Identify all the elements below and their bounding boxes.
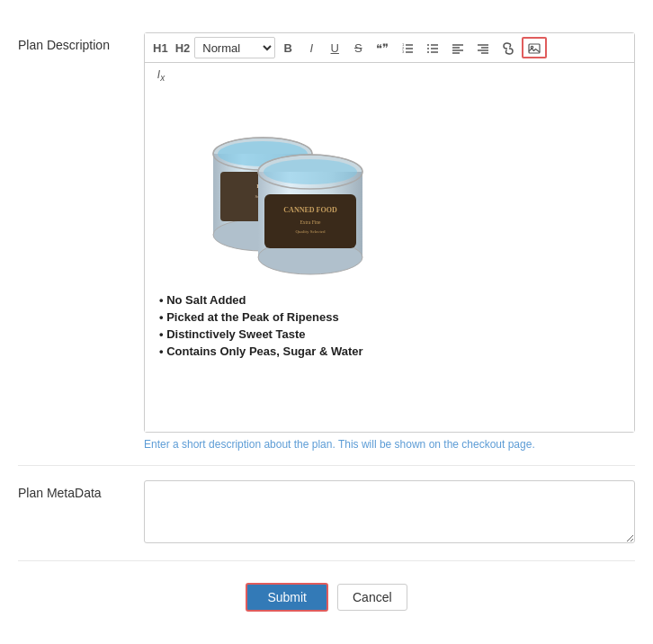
toolbar: H1 H2 Normal Heading 1 Heading 2 Heading…	[145, 33, 634, 63]
plan-metadata-row: Plan MetaData	[18, 466, 635, 561]
ol-icon: 1 2 3	[401, 40, 414, 55]
svg-text:Quality Selected: Quality Selected	[295, 229, 326, 234]
canned-food-image: Peas Superior	[177, 104, 384, 275]
toolbar-row2: Ix	[145, 63, 634, 90]
image-icon	[528, 40, 541, 55]
feature-bullet-list: No Salt Added Picked at the Peak of Ripe…	[159, 293, 620, 358]
svg-point-21	[532, 46, 533, 48]
ul-icon	[426, 40, 439, 55]
quote-icon: ❝❞	[376, 41, 389, 55]
bullet-item: Picked at the Peak of Ripeness	[159, 310, 620, 324]
svg-point-10	[427, 48, 429, 49]
format-select[interactable]: Normal Heading 1 Heading 2 Heading 3	[194, 37, 275, 58]
cancel-button[interactable]: Cancel	[337, 584, 407, 611]
italic-button[interactable]: I	[300, 37, 322, 58]
plan-description-label: Plan Description	[18, 32, 144, 52]
svg-text:3: 3	[402, 49, 405, 54]
ordered-list-button[interactable]: 1 2 3	[396, 37, 419, 58]
hint-suffix: . This will be shown on the checkout pag…	[332, 438, 534, 451]
svg-text:CANNED FOOD: CANNED FOOD	[283, 206, 337, 214]
link-button[interactable]	[496, 37, 520, 58]
plan-description-row: Plan Description H1 H2 Normal Heading 1 …	[18, 18, 635, 466]
hint-prefix: Enter a short description about the	[144, 438, 312, 451]
hint-text: Enter a short description about the plan…	[144, 438, 635, 451]
bullet-item: Contains Only Peas, Sugar & Water	[159, 344, 620, 358]
metadata-input[interactable]	[144, 480, 635, 543]
h1-button[interactable]: H1	[150, 40, 171, 57]
bullet-item: No Salt Added	[159, 293, 620, 307]
unordered-list-button[interactable]	[421, 37, 444, 58]
plan-description-field: H1 H2 Normal Heading 1 Heading 2 Heading…	[144, 32, 635, 451]
align-left-icon	[452, 40, 464, 55]
bold-button[interactable]: B	[277, 37, 299, 58]
bullet-item: Distinctively Sweet Taste	[159, 327, 620, 341]
blockquote-button[interactable]: ❝❞	[371, 37, 394, 58]
h2-button[interactable]: H2	[173, 40, 193, 57]
align-right-button[interactable]	[471, 37, 495, 58]
plan-metadata-label: Plan MetaData	[18, 480, 144, 500]
svg-point-11	[427, 51, 429, 53]
align-left-button[interactable]	[446, 37, 470, 58]
rich-text-editor: H1 H2 Normal Heading 1 Heading 2 Heading…	[144, 32, 635, 433]
strikethrough-button[interactable]: S	[347, 37, 369, 58]
editor-content-area[interactable]: Peas Superior	[145, 90, 634, 432]
form-actions: Submit Cancel	[18, 561, 635, 621]
plan-metadata-field	[144, 480, 635, 546]
svg-point-34	[264, 159, 357, 184]
link-icon	[502, 40, 514, 55]
clear-format-icon: Ix	[157, 68, 165, 83]
svg-point-9	[427, 44, 429, 46]
image-button[interactable]	[522, 37, 547, 58]
hint-link[interactable]: plan	[312, 438, 333, 451]
underline-button[interactable]: U	[324, 37, 345, 58]
clear-format-button[interactable]: Ix	[150, 65, 172, 86]
submit-button[interactable]: Submit	[246, 583, 328, 612]
align-right-icon	[477, 40, 489, 55]
svg-text:Extra Fine: Extra Fine	[300, 219, 321, 225]
svg-rect-20	[529, 44, 540, 53]
